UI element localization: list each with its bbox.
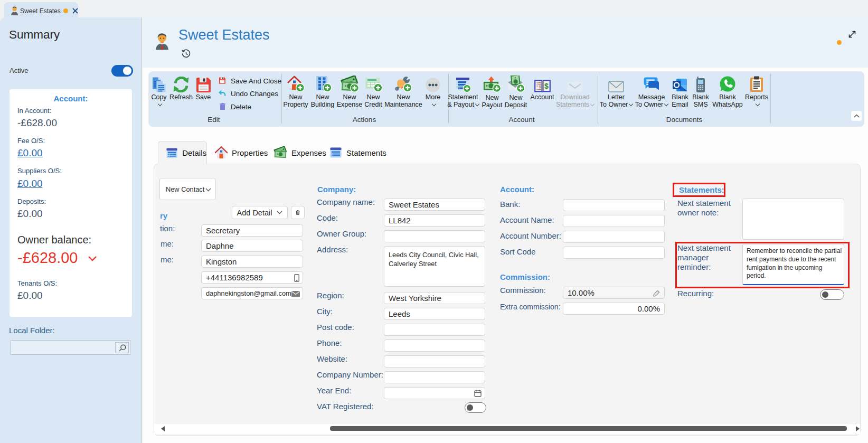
svg-text:$: $ (544, 82, 549, 90)
